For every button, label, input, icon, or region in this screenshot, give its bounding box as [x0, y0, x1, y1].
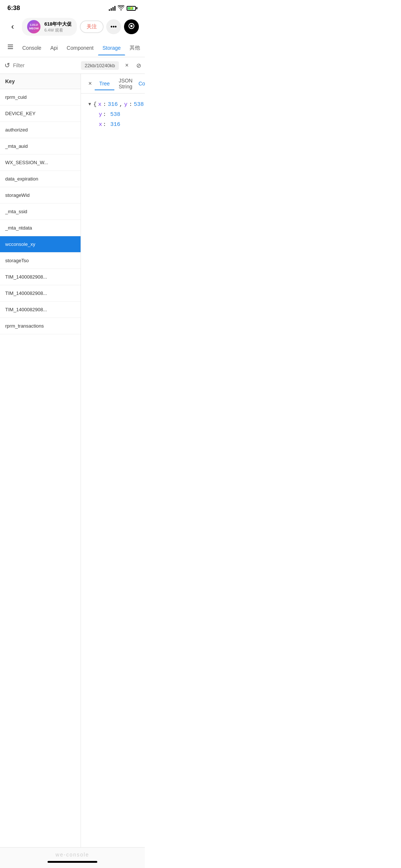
- json-key-x-prop: x: [99, 120, 102, 130]
- json-value-x: 316: [110, 120, 120, 130]
- bottom-bar: we-console: [0, 847, 145, 868]
- top-nav: ‹ LULUMEOW 618年中大促 6.4W 观看 关注 •••: [0, 15, 145, 39]
- status-time: 6:38: [7, 4, 20, 12]
- json-value-x-preview: 316: [108, 100, 118, 110]
- json-key-x: x: [98, 100, 101, 110]
- more-icon: •••: [111, 23, 117, 30]
- block-icon[interactable]: ⊘: [134, 60, 144, 71]
- brand-label: we-console: [56, 852, 89, 858]
- list-item[interactable]: TIM_1400082908...: [0, 285, 81, 302]
- json-property-y: y : 538: [99, 110, 137, 120]
- json-property-x: x : 316: [99, 120, 137, 130]
- value-panel: × Tree JSON String Copy ▼ { x : 316 , y …: [81, 74, 145, 868]
- json-value-y: 538: [110, 110, 120, 120]
- battery-icon: ⚡: [127, 6, 137, 11]
- list-item[interactable]: authorized: [0, 122, 81, 138]
- tab-other[interactable]: 其他: [125, 40, 144, 56]
- home-indicator: [48, 861, 97, 863]
- value-tab-bar: × Tree JSON String Copy: [81, 74, 145, 94]
- channel-text: 618年中大促 6.4W 观看: [44, 21, 72, 33]
- storage-size: 22kb/10240kb: [81, 61, 119, 70]
- channel-name: 618年中大促: [44, 21, 72, 27]
- tab-storage[interactable]: Storage: [98, 40, 125, 55]
- tab-component[interactable]: Component: [62, 40, 98, 55]
- list-item[interactable]: DEVICE_KEY: [0, 105, 81, 122]
- channel-info: LULUMEOW 618年中大促 6.4W 观看: [22, 18, 77, 36]
- json-key-y: y: [124, 100, 127, 110]
- refresh-icon[interactable]: ↺: [4, 61, 10, 69]
- signal-icon: [109, 6, 115, 11]
- filter-actions: × ⊘: [122, 60, 144, 71]
- list-item[interactable]: rprm_transactions: [0, 318, 81, 334]
- list-item[interactable]: _mta_auid: [0, 138, 81, 155]
- list-item-active[interactable]: wcconsole_xy: [0, 236, 81, 253]
- json-brace-open: {: [93, 100, 97, 110]
- expand-icon[interactable]: ▼: [88, 101, 91, 109]
- close-value-icon[interactable]: ×: [85, 77, 95, 91]
- list-item[interactable]: TIM_1400082908...: [0, 269, 81, 285]
- devtools-tab-bar: Console Api Component Storage 其他 ×: [0, 39, 145, 57]
- tab-api[interactable]: Api: [46, 40, 62, 55]
- record-button[interactable]: [124, 19, 139, 34]
- record-icon: [128, 23, 135, 31]
- channel-viewers: 6.4W 观看: [44, 27, 72, 33]
- status-icons: ⚡: [109, 5, 137, 12]
- list-item[interactable]: TIM_1400082908...: [0, 302, 81, 318]
- list-item[interactable]: _mta_ntdata: [0, 220, 81, 236]
- filter-bar: ↺ 22kb/10240kb × ⊘: [0, 57, 145, 74]
- list-item[interactable]: rprm_cuid: [0, 89, 81, 105]
- tab-console[interactable]: Console: [18, 40, 46, 55]
- svg-point-1: [130, 25, 133, 27]
- json-body: y : 538 x : 316: [88, 110, 137, 130]
- close-tab-icon[interactable]: ×: [144, 39, 145, 56]
- nav-actions: •••: [106, 19, 139, 34]
- json-root-line: ▼ { x : 316 , y : 538 }: [88, 100, 137, 110]
- json-value-y-preview: 538: [134, 100, 144, 110]
- more-button[interactable]: •••: [106, 19, 121, 34]
- follow-button[interactable]: 关注: [80, 20, 104, 33]
- list-item[interactable]: WX_SESSION_W...: [0, 155, 81, 171]
- list-item[interactable]: _mta_ssid: [0, 204, 81, 220]
- list-item[interactable]: storageWid: [0, 187, 81, 204]
- copy-button[interactable]: Copy: [137, 77, 145, 90]
- tab-tree[interactable]: Tree: [95, 77, 114, 90]
- key-list: Key rprm_cuid DEVICE_KEY authorized _mta…: [0, 74, 81, 868]
- back-chevron-icon: ‹: [11, 22, 14, 32]
- clear-filter-icon[interactable]: ×: [122, 60, 132, 71]
- status-bar: 6:38 ⚡: [0, 0, 145, 15]
- key-list-header: Key: [0, 74, 81, 89]
- main-content: Key rprm_cuid DEVICE_KEY authorized _mta…: [0, 74, 145, 868]
- filter-input[interactable]: [13, 62, 78, 68]
- avatar: LULUMEOW: [27, 20, 40, 33]
- list-item[interactable]: data_expiration: [0, 171, 81, 187]
- json-tree-view: ▼ { x : 316 , y : 538 } y : 538 x :: [81, 94, 145, 136]
- back-button[interactable]: ‹: [6, 20, 19, 33]
- json-key-y-prop: y: [99, 110, 102, 120]
- list-item[interactable]: storageTso: [0, 253, 81, 269]
- add-tab-icon[interactable]: [3, 39, 18, 57]
- tab-json-string[interactable]: JSON String: [114, 74, 137, 93]
- wifi-icon: [118, 5, 124, 12]
